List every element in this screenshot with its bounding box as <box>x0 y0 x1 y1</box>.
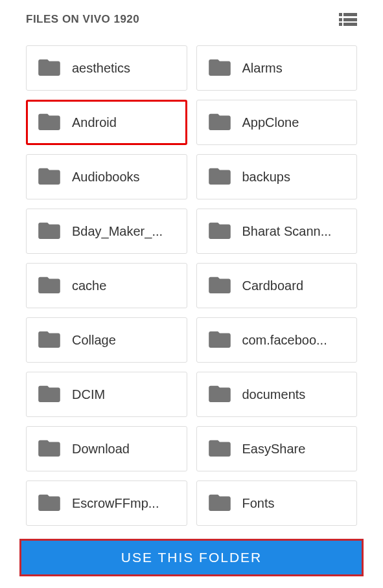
folder-item[interactable]: Bday_Maker_... <box>26 209 187 254</box>
folder-label: documents <box>242 387 306 402</box>
folder-item[interactable]: documents <box>196 372 358 417</box>
folder-item[interactable]: EasyShare <box>196 426 358 471</box>
folder-icon <box>209 221 231 242</box>
folder-label: EasyShare <box>242 442 306 457</box>
folder-grid: aestheticsAlarmsAndroidAppCloneAudiobook… <box>0 32 383 526</box>
folder-item[interactable]: Alarms <box>196 45 358 91</box>
folder-item[interactable]: Audiobooks <box>26 154 187 199</box>
folder-icon <box>209 275 231 296</box>
folder-label: Audiobooks <box>72 170 140 185</box>
folder-label: cache <box>72 278 106 293</box>
folder-icon <box>209 58 231 78</box>
folder-item[interactable]: com.faceboo... <box>196 317 358 363</box>
folder-icon <box>209 112 231 133</box>
folder-label: Bharat Scann... <box>242 224 332 239</box>
folder-label: Fonts <box>242 496 275 511</box>
use-this-folder-button[interactable]: USE THIS FOLDER <box>19 539 364 576</box>
folder-icon <box>209 330 231 350</box>
folder-label: AppClone <box>242 115 299 130</box>
folder-item[interactable]: EscrowFFmp... <box>26 481 187 526</box>
folder-icon <box>209 384 231 405</box>
folder-label: aesthetics <box>72 61 130 76</box>
view-toggle-button[interactable] <box>339 13 357 26</box>
folder-label: backups <box>242 170 291 185</box>
folder-label: DCIM <box>72 387 105 402</box>
folder-label: Alarms <box>242 61 283 76</box>
folder-item[interactable]: cache <box>26 263 187 308</box>
folder-item[interactable]: backups <box>196 154 358 199</box>
folder-icon <box>38 221 60 242</box>
folder-label: EscrowFFmp... <box>72 496 159 511</box>
folder-item[interactable]: Collage <box>26 317 187 363</box>
folder-icon <box>38 166 60 187</box>
folder-label: Collage <box>72 333 116 348</box>
folder-item[interactable]: Download <box>26 426 187 471</box>
folder-item[interactable]: Bharat Scann... <box>196 209 358 254</box>
page-title: FILES ON VIVO 1920 <box>26 13 139 26</box>
folder-label: Cardboard <box>242 278 304 293</box>
folder-item[interactable]: aesthetics <box>26 45 187 91</box>
folder-icon <box>38 493 60 514</box>
folder-icon <box>38 384 60 405</box>
folder-icon <box>38 275 60 296</box>
folder-label: Bday_Maker_... <box>72 224 163 239</box>
folder-icon <box>38 58 60 78</box>
folder-label: Download <box>72 442 130 457</box>
folder-item[interactable]: AppClone <box>196 100 358 145</box>
footer: USE THIS FOLDER <box>19 539 364 576</box>
folder-icon <box>209 493 231 514</box>
folder-item[interactable]: Fonts <box>196 481 358 526</box>
list-view-icon <box>339 13 357 16</box>
folder-icon <box>209 438 231 459</box>
header-bar: FILES ON VIVO 1920 <box>0 0 383 32</box>
folder-icon <box>209 166 231 187</box>
folder-label: Android <box>72 115 117 130</box>
folder-icon <box>38 330 60 350</box>
folder-item[interactable]: Cardboard <box>196 263 358 308</box>
folder-item[interactable]: DCIM <box>26 372 187 417</box>
folder-icon <box>38 112 60 133</box>
folder-label: com.faceboo... <box>242 333 327 348</box>
folder-icon <box>38 438 60 459</box>
folder-item[interactable]: Android <box>26 100 187 145</box>
